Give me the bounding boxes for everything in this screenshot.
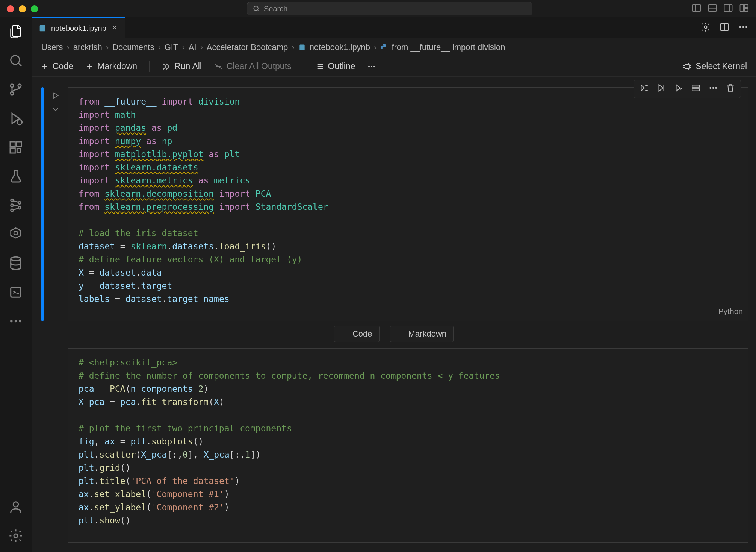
split-editor-button[interactable] [719,22,730,34]
crumb-symbol[interactable]: from __future__ import division [392,42,505,52]
svg-point-43 [712,87,714,89]
plus-icon [397,330,405,338]
add-code-cell-button[interactable]: Code [334,326,380,342]
cell-language-label[interactable]: Python [718,305,743,318]
activity-more[interactable] [8,314,23,331]
activity-extensions[interactable] [8,140,23,157]
chevron-right-icon: › [158,42,160,52]
cell-editor[interactable]: from __future__ import division import m… [68,87,748,321]
run-all-button[interactable]: Run All [162,61,202,71]
cell-chevron[interactable] [51,105,60,116]
svg-point-38 [373,66,375,67]
activity-graph[interactable] [8,198,23,215]
run-cell-button[interactable] [51,91,60,102]
plus-icon [41,62,49,71]
extensions-icon [8,140,23,155]
cell-more-button[interactable] [708,83,718,95]
select-kernel-button[interactable]: Select Kernel [683,61,747,71]
outline-button[interactable]: Outline [316,61,355,71]
add-code-button[interactable]: Code [41,61,73,71]
svg-rect-41 [692,89,700,91]
crumb[interactable]: arckrish [73,42,102,52]
crumb[interactable]: Accelerator Bootcamp [207,42,288,52]
execute-below-button[interactable] [674,83,683,95]
clear-outputs-label: Clear All Outputs [227,61,292,71]
activity-database[interactable] [8,256,23,273]
run-line-icon [639,83,649,93]
clear-outputs-button[interactable]: Clear All Outputs [214,61,292,71]
trash-icon [726,83,735,93]
add-markdown-cell-button[interactable]: Markdown [390,326,454,342]
delete-cell-button[interactable] [726,83,735,95]
tab-close-button[interactable] [111,24,118,33]
svg-point-18 [11,209,14,212]
layout-toggle[interactable] [739,3,749,15]
nav-arrows [226,5,235,13]
svg-rect-1 [693,4,701,11]
close-icon [111,24,118,31]
panel-right-toggle[interactable] [723,3,733,15]
panel-left-toggle[interactable] [691,3,702,15]
svg-rect-15 [17,149,21,152]
activity-testing[interactable] [8,169,23,186]
plus-icon [341,330,349,338]
svg-rect-29 [40,25,45,32]
chevron-right-icon: › [200,42,203,52]
activity-settings[interactable] [8,528,23,545]
select-kernel-label: Select Kernel [696,61,747,71]
svg-point-22 [11,257,21,261]
graph-icon [8,198,23,213]
svg-rect-4 [740,4,744,11]
run-by-line-button[interactable] [639,83,649,95]
code-cell-1[interactable]: from __future__ import division import m… [39,87,748,321]
crumb[interactable]: Documents [112,42,154,52]
crumb[interactable]: GIT [165,42,178,52]
toolbar-more-button[interactable] [367,62,376,71]
outline-icon [316,62,324,71]
kubernetes-icon [8,227,23,242]
cell-gutter [44,87,68,321]
run-debug-icon [8,111,23,126]
database-icon [8,256,23,271]
editor-area: notebook1.ipynb Users› arckrish› Documen… [32,17,756,552]
editor-settings-button[interactable] [700,22,711,34]
branch-icon [8,82,23,97]
tab-notebook1[interactable]: notebook1.ipynb [32,17,125,38]
code-cell-2[interactable]: # <help:scikit_pca> # define the number … [39,348,748,543]
run-all-icon [162,62,171,71]
svg-rect-5 [744,4,748,7]
activity-source-control[interactable] [8,82,23,99]
split-cell-button[interactable] [691,83,701,95]
files-icon [8,24,23,39]
panel-bottom-toggle[interactable] [707,3,718,15]
panel-left-icon [691,3,702,13]
search-input[interactable]: Search [247,2,532,15]
maximize-window-button[interactable] [31,5,38,12]
crumb[interactable]: AI [189,42,197,52]
activity-explorer[interactable] [8,24,23,41]
notebook-toolbar: Code Markdown Run All Clear All Outputs … [32,56,756,77]
gear-icon [8,528,23,543]
activity-kubernetes[interactable] [8,227,23,244]
minimize-window-button[interactable] [19,5,26,12]
activity-remote[interactable] [8,285,23,302]
activity-bar [0,17,32,552]
activity-run-debug[interactable] [8,111,23,128]
cell-editor[interactable]: # <help:scikit_pca> # define the number … [68,348,748,543]
divider [149,61,150,72]
more-actions-button[interactable] [738,22,748,34]
close-window-button[interactable] [7,5,14,12]
notebook-body: from __future__ import division import m… [32,77,756,552]
remote-icon [8,285,23,300]
crumb-file[interactable]: notebook1.ipynb [310,42,370,52]
svg-rect-6 [744,8,748,11]
add-markdown-button[interactable]: Markdown [85,61,137,71]
activity-accounts[interactable] [8,499,23,516]
execute-above-button[interactable] [656,83,666,95]
chevron-right-icon: › [67,42,69,52]
svg-rect-2 [709,4,717,11]
outline-label: Outline [328,61,355,71]
crumb[interactable]: Users [41,42,63,52]
breadcrumbs[interactable]: Users› arckrish› Documents› GIT› AI› Acc… [32,38,756,56]
activity-search[interactable] [8,53,23,70]
